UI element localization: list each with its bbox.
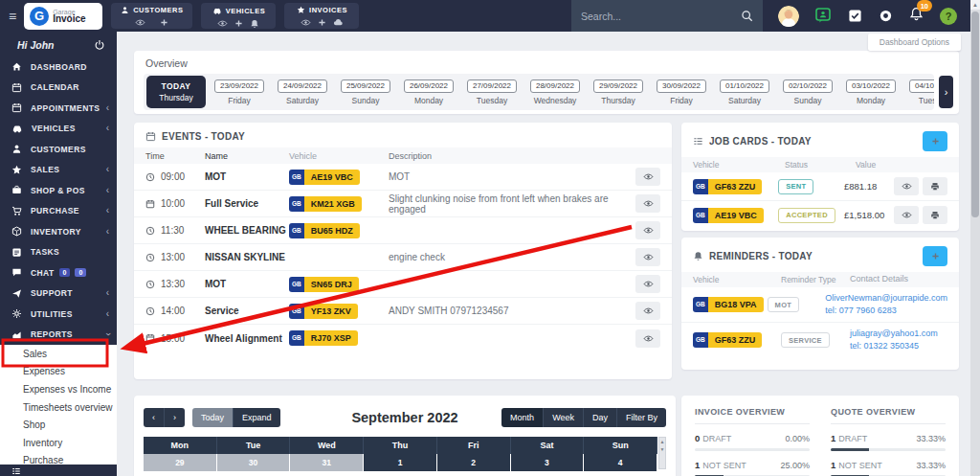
print-job-card-button[interactable] [923, 206, 947, 224]
view-event-button[interactable] [635, 221, 660, 239]
date-strip-next-button[interactable]: › [939, 76, 953, 108]
contact-tel[interactable]: tel: 01322 350345 [850, 340, 947, 352]
date-button[interactable]: 24/09/2022Saturday [273, 76, 332, 108]
sidebar-item-sales[interactable]: SALES‹ [0, 160, 117, 181]
view-vehicles-eye-icon[interactable] [217, 18, 228, 29]
date-button[interactable]: 29/09/2022Thursday [589, 76, 648, 108]
vehicle-plate[interactable]: GBAE19 VBC [693, 208, 764, 223]
scroll-up-arrow[interactable]: ▲ [970, 0, 980, 10]
sidebar-item-tasks[interactable]: TASKS [0, 242, 117, 263]
vehicle-plate[interactable]: GBYF13 ZKV [289, 304, 358, 319]
support-chat-icon[interactable] [815, 8, 832, 24]
date-button[interactable]: 28/09/2022Wednesday [525, 76, 585, 108]
hamburger-menu-icon[interactable]: ≡ [9, 9, 16, 24]
logout-power-icon[interactable] [94, 39, 105, 51]
date-button-today[interactable]: TODAY Thursday [146, 76, 206, 108]
sidebar-item-appointments[interactable]: APPOINTMENTS‹ [0, 98, 117, 119]
vehicle-plate[interactable]: GBSN65 DRJ [289, 277, 359, 292]
vehicle-plate[interactable]: GBGF63 ZZU [693, 332, 762, 348]
scrollbar-thumb[interactable] [971, 11, 979, 217]
contact-tel[interactable]: tel: 077 7960 6283 [825, 305, 947, 317]
submenu-item-expenses[interactable]: Expenses [0, 363, 117, 381]
add-job-card-button[interactable] [923, 131, 947, 151]
view-event-button[interactable] [635, 248, 660, 266]
vehicle-reminders-bell-icon[interactable] [250, 19, 259, 29]
calendar-day-cell[interactable]: 2 [437, 454, 511, 471]
calendar-filter-button[interactable]: Filter By [617, 408, 666, 427]
search-input[interactable] [581, 11, 741, 22]
app-logo[interactable]: G Garage Invoice [24, 3, 102, 30]
view-event-button[interactable] [635, 168, 660, 186]
calendar-prev-button[interactable]: ‹ [144, 408, 165, 427]
sidebar-item-purchase[interactable]: PURCHASE‹ [0, 201, 117, 222]
view-job-card-button[interactable] [894, 206, 919, 224]
date-button[interactable]: 01/10/2022Saturday [715, 76, 774, 108]
view-event-button[interactable] [635, 302, 660, 320]
calendar-scrollbar[interactable]: ▲▼ [658, 437, 666, 469]
date-button[interactable]: 30/09/2022Friday [652, 76, 711, 108]
vehicle-plate[interactable]: GBAE19 VBC [289, 170, 360, 185]
calendar-day-cell[interactable]: 29 [144, 454, 217, 471]
sidebar-item-inventory[interactable]: INVENTORY‹ [0, 221, 117, 242]
calendar-view-day[interactable]: Day [584, 408, 617, 427]
vehicle-plate[interactable]: GBGF63 ZZU [693, 179, 762, 194]
date-button[interactable]: 02/10/2022Sunday [778, 76, 837, 108]
add-reminder-button[interactable] [923, 246, 947, 266]
date-button[interactable]: 27/09/2022Tuesday [462, 76, 522, 108]
calendar-today-button[interactable]: Today [192, 408, 234, 427]
date-button[interactable]: 26/09/2022Monday [399, 76, 458, 108]
print-job-card-button[interactable] [923, 177, 947, 195]
view-event-button[interactable] [635, 329, 660, 348]
tasks-check-icon[interactable] [848, 9, 862, 23]
contact-email-link[interactable]: juliagray@yahoo1.com [850, 328, 947, 340]
sidebar-item-calendar[interactable]: CALENDAR [0, 78, 117, 99]
calendar-day-cell[interactable]: 4 [584, 454, 657, 471]
sidebar-item-vehicles[interactable]: VEHICLES‹ [0, 119, 117, 140]
date-button[interactable]: 04/10/2022Tuesday [904, 76, 934, 108]
view-job-card-button[interactable] [894, 177, 919, 195]
page-scrollbar[interactable]: ▲ [970, 0, 980, 476]
calendar-day-cell[interactable]: 1 [364, 454, 437, 471]
calendar-day-cell[interactable]: 30 [217, 454, 291, 471]
submenu-item-expenses-vs-income[interactable]: Expenses vs Income [0, 380, 117, 398]
vehicle-plate[interactable]: GBRJ70 XSP [289, 330, 358, 346]
calendar-view-week[interactable]: Week [544, 408, 584, 427]
calendar-next-button[interactable]: › [165, 408, 185, 427]
submenu-item-inventory[interactable]: Inventory [0, 434, 117, 452]
dashboard-options-button[interactable]: Dashboard Options [868, 34, 961, 51]
add-vehicle-plus-icon[interactable] [234, 19, 243, 28]
view-event-button[interactable] [635, 275, 660, 293]
sidebar-item-dashboard[interactable]: DASHBOARD [0, 57, 117, 78]
calendar-day-cell[interactable]: 31 [290, 454, 364, 471]
view-customers-eye-icon[interactable] [135, 17, 145, 28]
sidebar-item-partial[interactable] [0, 465, 117, 476]
calendar-expand-button[interactable]: Expand [234, 408, 280, 427]
invoices-cloud-icon[interactable] [333, 17, 344, 28]
settings-icon[interactable] [879, 9, 893, 23]
submenu-item-shop[interactable]: Shop [0, 416, 117, 434]
calendar-view-month[interactable]: Month [501, 408, 544, 427]
submenu-item-timesheets-overview[interactable]: Timesheets overview [0, 398, 117, 417]
submenu-item-sales[interactable]: Sales [0, 345, 117, 363]
view-event-button[interactable] [635, 194, 660, 213]
vehicle-plate[interactable]: GBKM21 XGB [289, 196, 362, 212]
sidebar-item-chat[interactable]: CHAT00 [0, 262, 117, 283]
add-customer-plus-icon[interactable] [160, 18, 168, 27]
date-button[interactable]: 25/09/2022Sunday [336, 76, 395, 108]
add-invoice-plus-icon[interactable] [318, 18, 326, 27]
sidebar-item-reports[interactable]: REPORTS› [0, 325, 117, 346]
search-icon[interactable] [741, 10, 753, 22]
date-button[interactable]: 03/10/2022Monday [841, 76, 901, 108]
help-question-icon[interactable]: ? [940, 8, 957, 25]
sidebar-item-utilities[interactable]: UTILITIES‹ [0, 304, 117, 325]
contact-email-link[interactable]: OliverNewman@jourrapide.com [825, 292, 947, 305]
sidebar-item-customers[interactable]: CUSTOMERS [0, 139, 117, 160]
calendar-day-cell[interactable]: 3 [511, 454, 585, 471]
user-avatar[interactable] [778, 6, 799, 27]
vehicle-plate[interactable]: GBBU65 HDZ [289, 223, 360, 238]
notifications-bell[interactable]: 10 [909, 7, 924, 25]
sidebar-item-support[interactable]: SUPPORT‹ [0, 283, 117, 305]
date-button[interactable]: 23/09/2022Friday [210, 76, 269, 108]
vehicle-plate[interactable]: GBBG18 VPA [693, 297, 764, 312]
sidebar-item-shop-pos[interactable]: SHOP & POS‹ [0, 180, 117, 201]
